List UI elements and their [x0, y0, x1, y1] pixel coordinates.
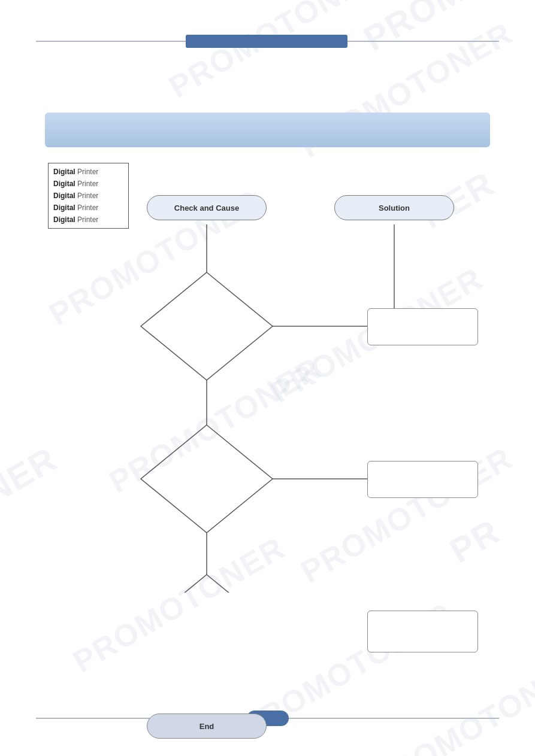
- flowchart-area: Check and Cause Solution End: [45, 162, 490, 593]
- solution-label: Solution: [379, 204, 410, 212]
- check-and-cause-oval: Check and Cause: [147, 195, 267, 220]
- solution-box-2: [367, 461, 478, 498]
- blue-banner: [45, 113, 490, 147]
- end-oval: End: [147, 714, 267, 739]
- solution-box-3: [367, 611, 478, 652]
- watermark-10: PROM: [356, 0, 471, 59]
- end-label: End: [200, 722, 214, 731]
- svg-marker-1: [141, 272, 273, 380]
- check-and-cause-label: Check and Cause: [174, 204, 239, 212]
- solution-oval: Solution: [334, 195, 454, 220]
- flowchart-svg: [45, 162, 490, 593]
- solution-box-1: [367, 308, 478, 345]
- svg-marker-4: [141, 425, 273, 533]
- svg-marker-7: [141, 575, 273, 593]
- watermark-1: PROMOTONER: [163, 0, 387, 105]
- header-center-bar: [186, 35, 347, 48]
- watermark-9: PROMOTONER: [367, 649, 535, 756]
